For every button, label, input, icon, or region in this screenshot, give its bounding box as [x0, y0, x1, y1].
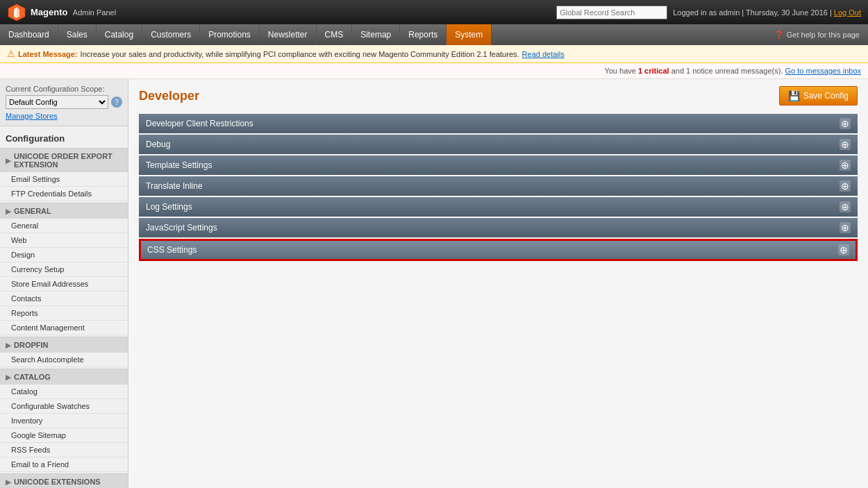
sidebar-group-header-unicode-order[interactable]: ▶ UNICODE ORDER EXPORT EXTENSION: [0, 148, 128, 172]
section-template-settings: Template Settings ⊕: [139, 155, 858, 175]
section-debug: Debug ⊕: [139, 135, 858, 154]
sidebar-group-header-catalog[interactable]: ▶ CATALOG: [0, 369, 128, 385]
critical-count: 1 critical: [638, 67, 669, 75]
sidebar-group-unicode-extensions: ▶ UNICODE EXTENSIONS Autoregistration Se…: [0, 473, 128, 488]
logout-link[interactable]: Log Out: [834, 8, 861, 17]
sidebar-group-dropfin: ▶ DROPFIN Search Autocomplete: [0, 337, 128, 367]
sidebar: Current Configuration Scope: Default Con…: [0, 79, 128, 488]
warning-icon: ⚠: [7, 49, 15, 59]
sidebar-item-email-settings[interactable]: Email Settings: [0, 172, 128, 187]
content-header: Developer 💾 Save Config: [139, 86, 858, 106]
sidebar-item-content-management[interactable]: Content Management: [0, 321, 128, 335]
toggle-icon[interactable]: ⊕: [840, 222, 851, 233]
manage-stores-link[interactable]: Manage Stores: [6, 112, 122, 120]
help-label: Get help for this page: [787, 31, 860, 39]
group-label: UNICODE ORDER EXPORT EXTENSION: [14, 152, 122, 169]
sidebar-config-title: Configuration: [0, 126, 128, 148]
sidebar-group-items-unicode-order: Email Settings FTP Credentials Details: [0, 172, 128, 201]
config-sections: Developer Client Restrictions ⊕ Debug ⊕ …: [139, 114, 858, 261]
section-header-debug[interactable]: Debug ⊕: [139, 135, 858, 154]
group-label: UNICODE EXTENSIONS: [14, 478, 101, 486]
global-search-input[interactable]: [556, 6, 667, 19]
sidebar-group-header-general[interactable]: ▶ GENERAL: [0, 203, 128, 219]
config-scope: Current Configuration Scope: Default Con…: [0, 79, 128, 126]
logo-area: Magento Admin Panel: [7, 3, 116, 22]
nav-reports[interactable]: Reports: [400, 24, 446, 45]
login-date: Thursday, 30 June 2016: [746, 8, 828, 17]
top-bar: Magento Admin Panel Logged in as admin |…: [0, 0, 868, 24]
section-header-translate-inline[interactable]: Translate Inline ⊕: [139, 176, 858, 196]
sidebar-item-search-autocomplete[interactable]: Search Autocomplete: [0, 353, 128, 367]
sidebar-item-general[interactable]: General: [0, 219, 128, 233]
section-header-css-settings[interactable]: CSS Settings ⊕: [140, 240, 856, 260]
sidebar-item-design[interactable]: Design: [0, 248, 128, 262]
nav-system[interactable]: System: [446, 24, 492, 45]
section-header-template-settings[interactable]: Template Settings ⊕: [139, 155, 858, 175]
sidebar-item-contacts[interactable]: Contacts: [0, 292, 128, 306]
sidebar-item-reports[interactable]: Reports: [0, 306, 128, 321]
nav-bar: Dashboard Sales Catalog Customers Promot…: [0, 24, 868, 45]
help-link[interactable]: ❓ Get help for this page: [766, 24, 868, 45]
notice-label: Latest Message:: [18, 50, 78, 58]
sidebar-item-google-sitemap[interactable]: Google Sitemap: [0, 428, 128, 443]
toggle-icon[interactable]: ⊕: [840, 160, 851, 171]
sidebar-item-email-to-friend[interactable]: Email to a Friend: [0, 457, 128, 472]
sidebar-group-header-dropfin[interactable]: ▶ DROPFIN: [0, 337, 128, 353]
chevron-icon: ▶: [6, 157, 11, 165]
sidebar-group-items-dropfin: Search Autocomplete: [0, 353, 128, 367]
section-header-javascript-settings[interactable]: JavaScript Settings ⊕: [139, 218, 858, 237]
save-config-icon: 💾: [788, 90, 800, 101]
section-label: Template Settings: [146, 160, 212, 170]
chevron-icon: ▶: [6, 373, 11, 381]
help-icon: ❓: [774, 31, 784, 40]
sidebar-item-ftp-credentials[interactable]: FTP Credentials Details: [0, 187, 128, 201]
nav-sitemap[interactable]: Sitemap: [352, 24, 400, 45]
main-layout: Current Configuration Scope: Default Con…: [0, 79, 868, 488]
sidebar-item-rss-feeds[interactable]: RSS Feeds: [0, 443, 128, 457]
sidebar-group-header-unicode-extensions[interactable]: ▶ UNICODE EXTENSIONS: [0, 473, 128, 488]
toggle-icon[interactable]: ⊕: [840, 139, 851, 150]
section-header-developer-client-restrictions[interactable]: Developer Client Restrictions ⊕: [139, 114, 858, 133]
section-log-settings: Log Settings ⊕: [139, 197, 858, 217]
section-label: Log Settings: [146, 202, 192, 212]
save-config-label: Save Config: [803, 91, 849, 101]
sidebar-item-catalog[interactable]: Catalog: [0, 385, 128, 399]
nav-customers[interactable]: Customers: [142, 24, 200, 45]
sidebar-item-store-email-addresses[interactable]: Store Email Addresses: [0, 277, 128, 292]
notice-text: Increase your sales and productivity, wh…: [81, 50, 519, 58]
nav-catalog[interactable]: Catalog: [97, 24, 142, 45]
nav-sales[interactable]: Sales: [58, 24, 97, 45]
toggle-icon[interactable]: ⊕: [840, 201, 851, 212]
toggle-icon[interactable]: ⊕: [838, 244, 849, 255]
toggle-icon[interactable]: ⊕: [840, 118, 851, 129]
section-translate-inline: Translate Inline ⊕: [139, 176, 858, 196]
messages-inbox-link[interactable]: Go to messages inbox: [785, 67, 861, 75]
section-css-settings: CSS Settings ⊕: [139, 239, 858, 261]
logo-title: Magento: [31, 7, 67, 17]
notice-read-details-link[interactable]: Read details: [522, 50, 565, 58]
sidebar-item-inventory[interactable]: Inventory: [0, 414, 128, 428]
scope-select-row: Default Config ?: [6, 95, 122, 109]
chevron-icon: ▶: [6, 478, 11, 486]
sidebar-item-web[interactable]: Web: [0, 233, 128, 248]
nav-dashboard[interactable]: Dashboard: [0, 24, 58, 45]
notice-count: 1 notice: [686, 67, 713, 75]
critical-text: You have: [604, 67, 635, 75]
nav-newsletter[interactable]: Newsletter: [260, 24, 317, 45]
section-header-log-settings[interactable]: Log Settings ⊕: [139, 197, 858, 217]
section-developer-client-restrictions: Developer Client Restrictions ⊕: [139, 114, 858, 133]
sidebar-item-currency-setup[interactable]: Currency Setup: [0, 262, 128, 277]
section-label: JavaScript Settings: [146, 223, 217, 233]
nav-cms[interactable]: CMS: [317, 24, 353, 45]
scope-select[interactable]: Default Config: [6, 95, 108, 109]
scope-help-icon[interactable]: ?: [111, 96, 122, 108]
notice-bar: ⚠ Latest Message: Increase your sales an…: [0, 45, 868, 63]
nav-promotions[interactable]: Promotions: [200, 24, 260, 45]
magento-logo-icon: [7, 3, 26, 22]
sidebar-item-configurable-swatches[interactable]: Configurable Swatches: [0, 399, 128, 414]
toggle-icon[interactable]: ⊕: [840, 180, 851, 192]
sidebar-group-general: ▶ GENERAL General Web Design Currency Se…: [0, 203, 128, 335]
section-label: Developer Client Restrictions: [146, 119, 253, 128]
chevron-icon: ▶: [6, 208, 11, 215]
save-config-button[interactable]: 💾 Save Config: [779, 86, 858, 106]
